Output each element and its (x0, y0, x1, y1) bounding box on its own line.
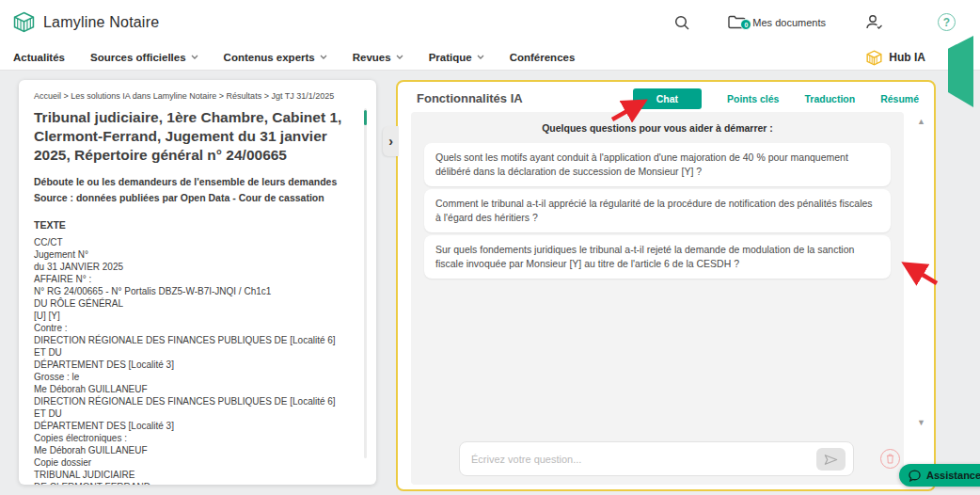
breadcrumb[interactable]: Accueil > Les solutions IA dans Lamyline… (34, 91, 348, 101)
chevron-down-icon (191, 55, 198, 59)
document-title: Tribunal judiciaire, 1ère Chambre, Cabin… (34, 108, 348, 165)
my-documents[interactable]: 0 Mes documents (728, 15, 826, 29)
tab-traduction[interactable]: Traduction (804, 93, 855, 104)
ai-tabs: Chat Points clés Traduction Résumé (633, 88, 919, 109)
nav-item-conferences[interactable]: Conférences (510, 52, 576, 63)
document-body-line: du 31 JANVIER 2025 (34, 261, 348, 273)
cube-logo-icon (13, 11, 35, 33)
hub-ia-cube-icon (866, 50, 882, 66)
document-body-line: Copies électroniques : (34, 432, 348, 444)
document-meta-line: Déboute le ou les demandeurs de l'ensemb… (34, 176, 348, 187)
document-body-line: Me Déborah GUILLANEUF (34, 383, 348, 395)
texte-section-label: TEXTE (34, 219, 348, 231)
clear-chat-button[interactable] (880, 449, 900, 469)
suggestion-card[interactable]: Sur quels fondements juridiques le tribu… (424, 235, 891, 279)
suggestions-list: Quels sont les motifs ayant conduit à l'… (424, 143, 891, 279)
tab-resume[interactable]: Résumé (880, 93, 919, 104)
header-actions: 0 Mes documents ? (673, 0, 956, 44)
document-scrollbar[interactable] (364, 108, 367, 458)
ai-panel: Fonctionnalités IA Chat Points clés Trad… (396, 80, 936, 491)
document-scrollbar-thumb[interactable] (364, 110, 367, 125)
assistance-button[interactable]: Assistance (899, 464, 980, 487)
document-body-line: CC/CT (34, 236, 348, 248)
nav-item-actualites[interactable]: Actualités (13, 52, 65, 63)
chevron-right-icon: › (388, 134, 393, 149)
search-icon[interactable] (673, 14, 690, 31)
nav-item-contenus-experts[interactable]: Contenus experts (224, 52, 327, 63)
help-icon[interactable]: ? (938, 13, 956, 31)
app-title: Lamyline Notaire (43, 14, 159, 31)
document-body-line: Grosse : le (34, 371, 348, 383)
document-body-line: Me Déborah GUILLANEUF (34, 444, 348, 456)
document-body-line: AFFAIRE N° : (34, 273, 348, 285)
panel-expand-handle[interactable]: › (383, 126, 399, 156)
tab-points-cles[interactable]: Points clés (727, 93, 779, 104)
my-documents-label: Mes documents (752, 17, 826, 28)
app-logo[interactable]: Lamyline Notaire (13, 11, 159, 33)
chevron-down-icon (477, 55, 484, 59)
page: Lamyline Notaire 0 Mes documents (0, 0, 980, 495)
folder-icon: 0 (728, 15, 746, 29)
suggestion-card[interactable]: Quels sont les motifs ayant conduit à l'… (424, 143, 891, 186)
documents-count-badge: 0 (740, 19, 751, 30)
document-body-line: N° RG 24/00665 - N° Portalis DBZ5-W-B7I-… (34, 285, 348, 297)
chat-bubble-icon (909, 470, 921, 482)
document-body-line: DÉPARTEMENT DES [Localité 3] (34, 420, 348, 432)
chevron-down-icon (320, 55, 327, 59)
hub-ia-button[interactable]: Hub IA (866, 44, 925, 71)
send-button[interactable] (816, 448, 846, 471)
chat-area: Quelques questions pour vous aider à dém… (411, 112, 904, 485)
account-icon[interactable] (865, 14, 883, 30)
top-header: Lamyline Notaire 0 Mes documents (0, 0, 980, 44)
ai-panel-title: Fonctionnalités IA (417, 91, 523, 105)
send-icon (824, 454, 838, 466)
document-body-line: Copie dossier (34, 456, 348, 469)
nav-item-sources-officielles[interactable]: Sources officielles (90, 52, 198, 63)
question-input[interactable] (471, 442, 782, 475)
document-body-line: DIRECTION RÉGIONALE DES FINANCES PUBLIQU… (34, 334, 348, 359)
scroll-down-arrow[interactable]: ▼ (917, 419, 925, 427)
document-body-line: Jugement N° (34, 248, 348, 261)
tab-chat[interactable]: Chat (633, 88, 702, 109)
chevron-down-icon (396, 55, 403, 59)
document-body-line: DÉPARTEMENT DES [Localité 3] (34, 359, 348, 371)
document-body-line: DU RÔLE GÉNÉRAL (34, 297, 348, 310)
main-nav: Actualités Sources officielles Contenus … (0, 44, 980, 71)
suggestion-card[interactable]: Comment le tribunal a-t-il apprécié la r… (424, 189, 891, 232)
document-body-line: [U] [Y] (34, 310, 348, 322)
hub-ia-label: Hub IA (889, 51, 925, 64)
document-body-line: TRIBUNAL JUDICIAIRE (34, 469, 348, 481)
document-body: CC/CTJugement N°du 31 JANVIER 2025AFFAIR… (34, 236, 348, 485)
nav-item-revues[interactable]: Revues (353, 52, 403, 63)
document-body-line: DIRECTION RÉGIONALE DES FINANCES PUBLIQU… (34, 395, 348, 420)
document-body-line: Contre : (34, 322, 348, 334)
document-panel: Accueil > Les solutions IA dans Lamyline… (19, 80, 376, 485)
suggestions-heading: Quelques questions pour vous aider à dém… (411, 112, 904, 134)
assistance-label: Assistance (926, 470, 980, 481)
document-body-line: DE CLERMONT-FERRAND (34, 481, 348, 485)
question-input-box (459, 441, 854, 476)
trash-icon (886, 454, 894, 464)
nav-item-pratique[interactable]: Pratique (429, 52, 484, 63)
document-meta: Déboute le ou les demandeurs de l'ensemb… (34, 176, 348, 203)
document-meta-line: Source : données publiées par Open Data … (34, 192, 348, 203)
scroll-up-arrow[interactable]: ▲ (917, 118, 925, 126)
